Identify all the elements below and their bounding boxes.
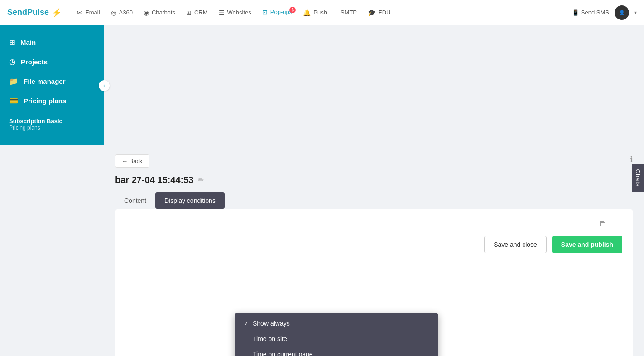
chevron-down-icon[interactable]: ▾: [634, 10, 637, 15]
push-icon: 🔔: [303, 9, 311, 16]
nav-item-a360[interactable]: ◎A360: [106, 6, 137, 19]
nav-right: 📱 Send SMS 👤 ▾: [572, 5, 637, 20]
logo-wave: ⚡: [52, 8, 62, 18]
content-card: 🗑 Show alwaysTime on siteTime on current…: [115, 209, 633, 356]
nav-item-email[interactable]: ✉Email: [72, 6, 105, 19]
sidebar-item-file-manager[interactable]: 📁File manager: [0, 72, 104, 91]
dropdown-menu: Show alwaysTime on siteTime on current p…: [235, 313, 438, 356]
a360-icon: ◎: [111, 9, 116, 16]
crm-icon: ⊞: [186, 9, 192, 16]
nav-item-popups[interactable]: ⊡Pop-upsβ: [258, 6, 297, 19]
main-content: ← Back bar 27-04 15:44:53 ✏ ℹ ContentDis…: [104, 145, 644, 356]
avatar[interactable]: 👤: [615, 5, 629, 20]
popups-icon: ⊡: [262, 9, 268, 16]
back-button[interactable]: ← Back: [115, 154, 149, 168]
sidebar-collapse-button[interactable]: ‹: [99, 80, 110, 91]
logo-text: SendPulse: [7, 8, 49, 17]
nav-item-crm[interactable]: ⊞CRM: [182, 6, 212, 19]
info-icon[interactable]: ℹ: [630, 154, 633, 164]
dropdown-item-show-always[interactable]: Show always: [235, 316, 438, 331]
trash-icon[interactable]: 🗑: [599, 220, 606, 228]
email-icon: ✉: [77, 9, 82, 16]
websites-icon: ☰: [219, 9, 225, 16]
pricing-plans-link[interactable]: Pricing plans: [9, 125, 95, 131]
tab-content[interactable]: Content: [115, 192, 155, 209]
chatbots-icon: ◉: [144, 9, 149, 16]
action-buttons: Save and close Save and publish: [126, 229, 622, 253]
send-sms-button[interactable]: 📱 Send SMS: [572, 9, 609, 16]
nav-items: ✉Email◎A360◉Chatbots⊞CRM☰Websites⊡Pop-up…: [72, 6, 572, 19]
projects-icon: ◷: [9, 58, 15, 66]
chats-tab[interactable]: Chats: [632, 164, 644, 192]
mobile-icon: 📱: [572, 9, 579, 16]
nav-item-chatbots[interactable]: ◉Chatbots: [139, 6, 180, 19]
save-publish-button[interactable]: Save and publish: [552, 236, 622, 253]
page-title: bar 27-04 15:44:53: [115, 175, 193, 185]
sidebar: ⊞Main◷Projects📁File manager💳Pricing plan…: [0, 25, 104, 145]
nav-item-websites[interactable]: ☰Websites: [214, 6, 256, 19]
main-icon: ⊞: [9, 38, 15, 47]
edu-icon: 🎓: [368, 9, 375, 16]
nav-item-smtp[interactable]: SMTP: [333, 6, 361, 19]
logo[interactable]: SendPulse ⚡: [7, 8, 62, 18]
dropdown-item-time-on-site[interactable]: Time on site: [235, 331, 438, 346]
file-manager-icon: 📁: [9, 77, 18, 86]
sidebar-item-main[interactable]: ⊞Main: [0, 33, 104, 52]
popups-badge: β: [289, 7, 296, 13]
subscription-label: Subscription Basic: [9, 118, 95, 125]
top-navigation: SendPulse ⚡ ✉Email◎A360◉Chatbots⊞CRM☰Web…: [0, 0, 644, 25]
dropdown-item-time-on-current-page[interactable]: Time on current page: [235, 346, 438, 356]
tabs: ContentDisplay conditions: [115, 192, 633, 209]
sidebar-bottom: Subscription Basic Pricing plans: [0, 111, 104, 138]
edit-icon[interactable]: ✏: [198, 176, 204, 184]
save-close-button[interactable]: Save and close: [484, 236, 547, 253]
page-title-row: bar 27-04 15:44:53 ✏: [115, 175, 633, 185]
tab-display-conditions[interactable]: Display conditions: [155, 192, 225, 209]
nav-item-edu[interactable]: 🎓EDU: [363, 6, 395, 19]
pricing-plans-icon: 💳: [9, 96, 18, 105]
sidebar-item-projects[interactable]: ◷Projects: [0, 52, 104, 72]
sidebar-item-pricing-plans[interactable]: 💳Pricing plans: [0, 91, 104, 111]
nav-item-push[interactable]: 🔔Push: [298, 6, 332, 19]
check-icon: [244, 320, 253, 327]
